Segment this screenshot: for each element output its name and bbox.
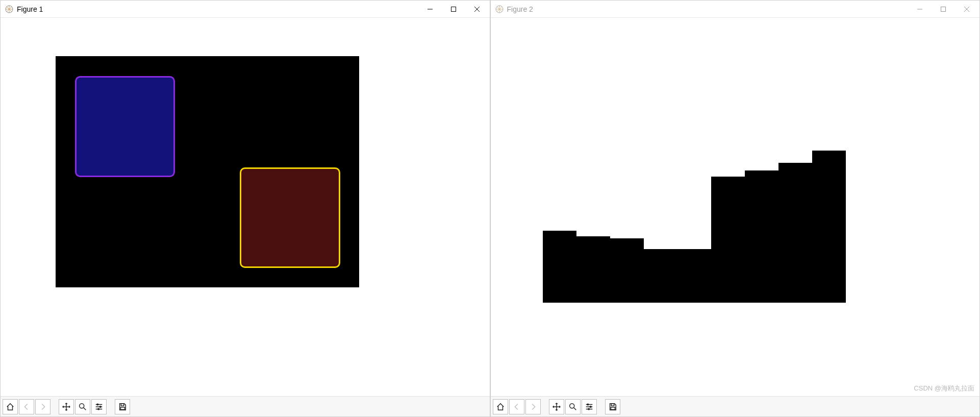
bar-6 bbox=[711, 177, 745, 303]
window-title: Figure 1 bbox=[17, 5, 43, 13]
svg-rect-9 bbox=[941, 7, 946, 11]
save-button[interactable] bbox=[605, 399, 620, 414]
minimize-button[interactable] bbox=[908, 1, 932, 18]
minimize-button[interactable] bbox=[418, 1, 442, 18]
maximize-button[interactable] bbox=[442, 1, 465, 18]
home-button[interactable] bbox=[3, 399, 18, 414]
plot-canvas: CSDN @海鸥丸拉面 bbox=[491, 18, 980, 396]
forward-button[interactable] bbox=[35, 399, 51, 414]
bar-7 bbox=[745, 170, 778, 303]
svg-point-11 bbox=[587, 404, 588, 405]
figure-window-2: Figure 2 CSDN @海鸥丸拉面 bbox=[490, 0, 981, 417]
nav-toolbar bbox=[1, 396, 490, 416]
svg-point-4 bbox=[99, 406, 101, 407]
bar-5 bbox=[677, 249, 711, 303]
configure-subplots-button[interactable] bbox=[582, 399, 597, 414]
svg-rect-14 bbox=[611, 403, 614, 406]
maximize-button[interactable] bbox=[932, 1, 955, 18]
close-button[interactable] bbox=[955, 1, 978, 18]
back-button[interactable] bbox=[19, 399, 34, 414]
forward-button[interactable] bbox=[525, 399, 541, 414]
shape-rect-0 bbox=[75, 76, 175, 177]
figure-window-1: Figure 1 bbox=[0, 0, 490, 417]
fig2-bars bbox=[543, 23, 846, 303]
configure-subplots-button[interactable] bbox=[91, 399, 107, 414]
titlebar: Figure 1 bbox=[1, 1, 490, 18]
svg-point-10 bbox=[569, 403, 574, 408]
svg-point-13 bbox=[588, 408, 589, 410]
svg-rect-15 bbox=[611, 407, 615, 409]
nav-toolbar bbox=[491, 396, 980, 416]
window-title: Figure 2 bbox=[507, 5, 533, 13]
back-button[interactable] bbox=[509, 399, 524, 414]
bar-1 bbox=[543, 231, 576, 303]
pan-button[interactable] bbox=[59, 399, 74, 414]
bar-2 bbox=[576, 236, 610, 303]
home-button[interactable] bbox=[493, 399, 508, 414]
bar-8 bbox=[778, 163, 812, 303]
save-button[interactable] bbox=[115, 399, 130, 414]
svg-point-2 bbox=[80, 403, 84, 408]
plot-canvas bbox=[1, 18, 490, 396]
shape-rect-1 bbox=[240, 167, 340, 268]
zoom-button[interactable] bbox=[75, 399, 90, 414]
fig1-image bbox=[56, 56, 359, 287]
svg-point-3 bbox=[97, 404, 98, 405]
zoom-button[interactable] bbox=[565, 399, 581, 414]
svg-rect-6 bbox=[121, 403, 123, 406]
svg-rect-7 bbox=[120, 407, 124, 409]
matplotlib-icon bbox=[5, 5, 14, 14]
pan-button[interactable] bbox=[549, 399, 564, 414]
svg-rect-1 bbox=[451, 7, 456, 11]
close-button[interactable] bbox=[465, 1, 489, 18]
titlebar: Figure 2 bbox=[491, 1, 980, 18]
matplotlib-icon bbox=[495, 5, 504, 14]
svg-point-12 bbox=[590, 406, 591, 407]
bar-3 bbox=[610, 238, 644, 303]
bar-4 bbox=[644, 249, 677, 303]
svg-point-5 bbox=[98, 408, 99, 410]
bar-9 bbox=[812, 151, 846, 303]
watermark-text: CSDN @海鸥丸拉面 bbox=[914, 384, 974, 393]
